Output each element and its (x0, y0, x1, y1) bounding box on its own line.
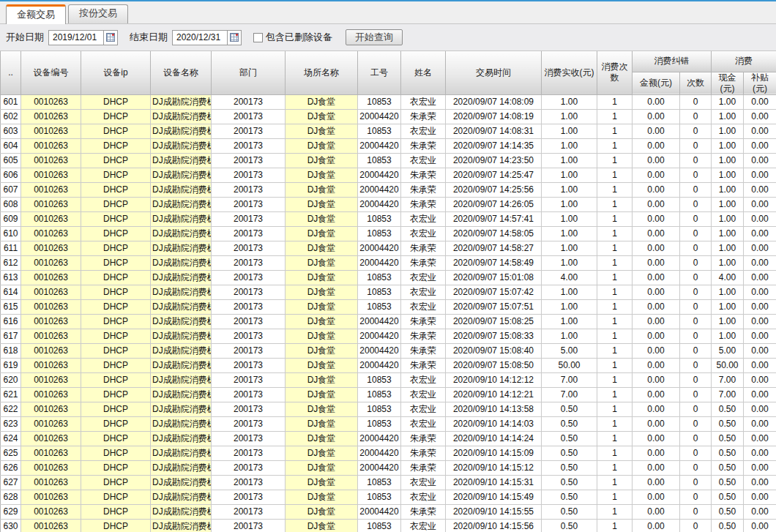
table-row[interactable]: 6300010263DHCPDJ成勘院消费机200173DJ食堂10853衣宏业… (1, 519, 776, 532)
cell-name: 衣宏业 (401, 226, 446, 241)
tab-amount-transactions[interactable]: 金额交易 (6, 4, 66, 24)
table-row[interactable]: 6150010263DHCPDJ成勘院消费机200173DJ食堂10853衣宏业… (1, 299, 776, 314)
col-header-time[interactable]: 交易时间 (446, 51, 542, 94)
table-row[interactable]: 6030010263DHCPDJ成勘院消费机200173DJ食堂10853衣宏业… (1, 124, 776, 138)
table-row[interactable]: 6160010263DHCPDJ成勘院消费机200173DJ食堂20004420… (1, 314, 776, 329)
start-date-input[interactable]: 2019/12/01 (49, 31, 103, 45)
end-date-calendar-button[interactable] (227, 31, 241, 45)
cell-correction-amount: 0.00 (633, 358, 680, 372)
cell-dept: 200173 (212, 94, 286, 109)
cell-count: 1 (597, 241, 633, 255)
group-header-correction: 消费纠错 (633, 51, 712, 72)
cell-time: 2020/09/07 14:14:35 (446, 138, 542, 153)
col-header-amount-received[interactable]: 消费实收(元) (542, 51, 597, 94)
cell-subsidy: 0.00 (744, 299, 776, 314)
cell-dept: 200173 (212, 197, 286, 211)
table-row[interactable]: 6240010263DHCPDJ成勘院消费机200173DJ食堂20004420… (1, 431, 776, 446)
col-header-device-no[interactable]: 设备编号 (21, 51, 81, 94)
table-row[interactable]: 6200010263DHCPDJ成勘院消费机200173DJ食堂10853衣宏业… (1, 372, 776, 387)
table-row[interactable]: 6260010263DHCPDJ成勘院消费机200173DJ食堂20004420… (1, 460, 776, 475)
include-deleted-devices-checkbox[interactable] (253, 33, 263, 42)
cell-device-no: 0010263 (21, 270, 81, 285)
table-row[interactable]: 6190010263DHCPDJ成勘院消费机200173DJ食堂20004420… (1, 358, 776, 372)
start-query-button[interactable]: 开始查询 (346, 29, 403, 45)
end-date-input[interactable]: 2020/12/31 (173, 31, 227, 45)
cell-cash: 5.00 (712, 343, 744, 358)
cell-place: DJ食堂 (286, 329, 358, 343)
cell-device-ip: DHCP (81, 490, 151, 504)
cell-name: 朱承荣 (401, 343, 446, 358)
cell-device-name: DJ成勘院消费机 (151, 168, 212, 182)
table-row[interactable]: 6140010263DHCPDJ成勘院消费机200173DJ食堂10853衣宏业… (1, 285, 776, 299)
table-row[interactable]: 6060010263DHCPDJ成勘院消费机200173DJ食堂20004420… (1, 168, 776, 182)
col-header-dept[interactable]: 部门 (212, 51, 286, 94)
cell-index: 626 (1, 460, 21, 475)
cell-emp-no: 10853 (358, 387, 401, 402)
cell-device-ip: DHCP (81, 241, 151, 255)
col-header-correction-amount[interactable]: 金额(元) (633, 72, 680, 94)
cell-correction-amount: 0.00 (633, 519, 680, 532)
cell-correction-amount: 0.00 (633, 387, 680, 402)
col-header-count[interactable]: 消费次数 (597, 51, 633, 94)
table-row[interactable]: 6010010263DHCPDJ成勘院消费机200173DJ食堂10853衣宏业… (1, 94, 776, 109)
cell-amount-received: 0.50 (542, 490, 597, 504)
cell-name: 衣宏业 (401, 475, 446, 490)
cell-count: 1 (597, 226, 633, 241)
table-row[interactable]: 6180010263DHCPDJ成勘院消费机200173DJ食堂20004420… (1, 343, 776, 358)
table-row[interactable]: 6100010263DHCPDJ成勘院消费机200173DJ食堂10853衣宏业… (1, 226, 776, 241)
table-row[interactable]: 6210010263DHCPDJ成勘院消费机200173DJ食堂10853衣宏业… (1, 387, 776, 402)
col-header-name[interactable]: 姓名 (401, 51, 446, 94)
cell-amount-received: 1.00 (542, 241, 597, 255)
cell-time: 2020/09/10 14:15:09 (446, 446, 542, 460)
table-row[interactable]: 6020010263DHCPDJ成勘院消费机200173DJ食堂20004420… (1, 109, 776, 124)
cell-cash: 1.00 (712, 182, 744, 197)
col-header-cash[interactable]: 现金(元) (712, 72, 744, 94)
cell-correction-amount: 0.00 (633, 124, 680, 138)
table-row[interactable]: 6080010263DHCPDJ成勘院消费机200173DJ食堂20004420… (1, 197, 776, 211)
cell-amount-received: 1.00 (542, 138, 597, 153)
cell-device-name: DJ成勘院消费机 (151, 109, 212, 124)
cell-correction-amount: 0.00 (633, 504, 680, 519)
cell-device-ip: DHCP (81, 299, 151, 314)
col-header-place[interactable]: 场所名称 (286, 51, 358, 94)
cell-amount-received: 1.00 (542, 124, 597, 138)
table-row[interactable]: 6070010263DHCPDJ成勘院消费机200173DJ食堂20004420… (1, 182, 776, 197)
table-row[interactable]: 6290010263DHCPDJ成勘院消费机200173DJ食堂20004420… (1, 504, 776, 519)
cell-time: 2020/09/10 14:15:31 (446, 475, 542, 490)
col-header-subsidy[interactable]: 补贴(元) (744, 72, 776, 94)
cell-device-name: DJ成勘院消费机 (151, 343, 212, 358)
cell-name: 衣宏业 (401, 124, 446, 138)
cell-count: 1 (597, 197, 633, 211)
table-row[interactable]: 6220010263DHCPDJ成勘院消费机200173DJ食堂10853衣宏业… (1, 402, 776, 416)
table-row[interactable]: 6270010263DHCPDJ成勘院消费机200173DJ食堂10853衣宏业… (1, 475, 776, 490)
table-row[interactable]: 6090010263DHCPDJ成勘院消费机200173DJ食堂10853衣宏业… (1, 211, 776, 226)
cell-count: 1 (597, 416, 633, 431)
col-header-correction-count[interactable]: 次数 (680, 72, 712, 94)
col-header-device-name[interactable]: 设备名称 (151, 51, 212, 94)
col-header-device-ip[interactable]: 设备ip (81, 51, 151, 94)
cell-time: 2020/09/10 14:14:03 (446, 416, 542, 431)
start-date-calendar-button[interactable] (103, 31, 117, 45)
cell-dept: 200173 (212, 358, 286, 372)
table-row[interactable]: 6040010263DHCPDJ成勘院消费机200173DJ食堂20004420… (1, 138, 776, 153)
table-row[interactable]: 6120010263DHCPDJ成勘院消费机200173DJ食堂20004420… (1, 255, 776, 270)
col-header-index[interactable]: .. (1, 51, 21, 94)
table-row[interactable]: 6230010263DHCPDJ成勘院消费机200173DJ食堂10853衣宏业… (1, 416, 776, 431)
table-row[interactable]: 6280010263DHCPDJ成勘院消费机200173DJ食堂10853衣宏业… (1, 490, 776, 504)
col-header-emp-no[interactable]: 工号 (358, 51, 401, 94)
table-row[interactable]: 6050010263DHCPDJ成勘院消费机200173DJ食堂10853衣宏业… (1, 153, 776, 168)
tab-per-share-transactions[interactable]: 按份交易 (68, 4, 128, 23)
table-row[interactable]: 6110010263DHCPDJ成勘院消费机200173DJ食堂20004420… (1, 241, 776, 255)
table-row[interactable]: 6170010263DHCPDJ成勘院消费机200173DJ食堂20004420… (1, 329, 776, 343)
cell-device-no: 0010263 (21, 124, 81, 138)
cell-device-ip: DHCP (81, 270, 151, 285)
cell-device-name: DJ成勘院消费机 (151, 329, 212, 343)
cell-correction-amount: 0.00 (633, 490, 680, 504)
table-row[interactable]: 6250010263DHCPDJ成勘院消费机200173DJ食堂20004420… (1, 446, 776, 460)
calendar-icon (230, 33, 239, 42)
cell-device-no: 0010263 (21, 387, 81, 402)
cell-correction-count: 0 (680, 153, 712, 168)
table-row[interactable]: 6130010263DHCPDJ成勘院消费机200173DJ食堂10853衣宏业… (1, 270, 776, 285)
cell-place: DJ食堂 (286, 490, 358, 504)
cell-device-no: 0010263 (21, 431, 81, 446)
